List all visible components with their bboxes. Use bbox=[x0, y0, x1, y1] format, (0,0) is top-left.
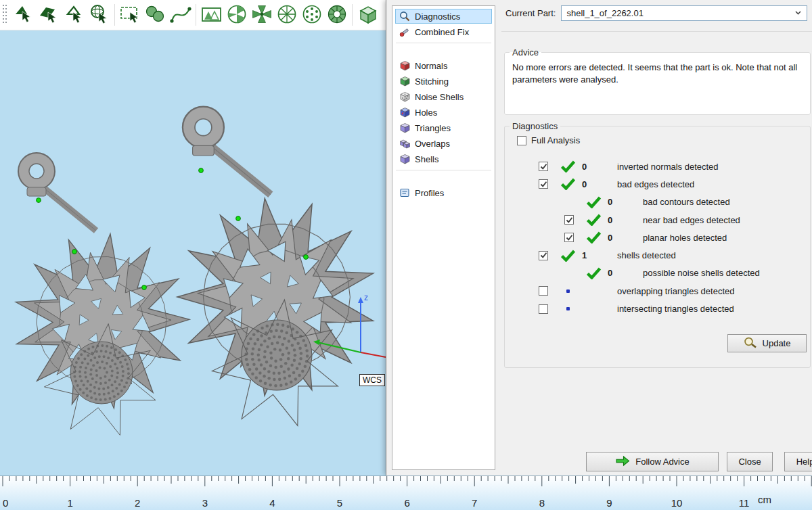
nav-item-normals[interactable]: Normals bbox=[395, 58, 492, 73]
svg-text:0: 0 bbox=[3, 497, 8, 509]
nav-separator bbox=[396, 170, 491, 170]
fix-pages-list: DiagnosticsCombined FixNormalsStitchingN… bbox=[392, 5, 495, 470]
result-count: 1 bbox=[582, 250, 598, 260]
svg-text:z: z bbox=[364, 293, 368, 302]
magnifier-icon bbox=[399, 11, 411, 22]
svg-text:11: 11 bbox=[739, 497, 750, 509]
result-count: 0 bbox=[608, 197, 624, 207]
diagnostic-label: bad edges detected bbox=[617, 179, 694, 189]
chevron-down-icon bbox=[793, 11, 803, 15]
cube-red-icon bbox=[399, 60, 411, 71]
toolbar-separator bbox=[352, 4, 353, 26]
mark-plane-button[interactable] bbox=[37, 3, 62, 28]
sphere-marking-button[interactable] bbox=[224, 3, 249, 28]
update-button[interactable]: Update bbox=[727, 334, 807, 352]
close-button[interactable]: Close bbox=[727, 452, 773, 471]
svg-text:2: 2 bbox=[135, 497, 140, 509]
toolbar-separator bbox=[196, 4, 196, 26]
svg-text:6: 6 bbox=[404, 497, 409, 509]
diagnostic-row-bad-edges-detected: 0bad edges detected bbox=[505, 175, 810, 193]
svg-text:5: 5 bbox=[337, 497, 342, 509]
toolbar-grip-handle[interactable] bbox=[3, 5, 8, 25]
nav-item-combined-fix[interactable]: Combined Fix bbox=[395, 24, 492, 39]
diagnostics-title: Diagnostics bbox=[510, 121, 560, 131]
diagnostic-row-shells-detected: 1shells detected bbox=[505, 246, 810, 264]
row-checkbox[interactable] bbox=[539, 251, 548, 260]
full-analysis-checkbox[interactable] bbox=[517, 136, 526, 145]
advice-text: No more errors are detected. It seems th… bbox=[505, 57, 810, 86]
cube-violet-icon bbox=[399, 122, 411, 133]
result-count: 0 bbox=[608, 233, 624, 243]
dotted-wheel-marking-button[interactable] bbox=[299, 3, 324, 28]
full-analysis-row[interactable]: Full Analysis bbox=[517, 135, 810, 145]
result-count: 0 bbox=[608, 215, 624, 225]
cube-violet-icon bbox=[399, 154, 411, 164]
row-checkbox[interactable] bbox=[539, 286, 548, 296]
current-part-select[interactable]: shell_1_of_2262.01 bbox=[561, 5, 807, 21]
nav-item-profiles[interactable]: Profiles bbox=[395, 185, 492, 200]
cube-noise-icon bbox=[399, 91, 411, 102]
nav-item-overlaps[interactable]: Overlaps bbox=[395, 136, 492, 151]
follow-advice-button[interactable]: Follow Advice bbox=[586, 452, 719, 471]
svg-text:cm: cm bbox=[758, 494, 771, 505]
nav-item-shells[interactable]: Shells bbox=[395, 152, 492, 166]
result-count: 0 bbox=[582, 162, 598, 172]
ok-check-icon bbox=[585, 231, 602, 244]
diagnostic-row-bad-contours-detected: 0bad contours detected bbox=[505, 193, 810, 211]
nav-item-label: Profiles bbox=[415, 188, 444, 198]
nav-item-label: Overlaps bbox=[415, 139, 450, 149]
fix-wizard-dialog: DiagnosticsCombined FixNormalsStitchingN… bbox=[386, 0, 812, 476]
nav-item-label: Holes bbox=[415, 108, 437, 118]
row-checkbox[interactable] bbox=[564, 233, 574, 242]
cube-overlap-icon bbox=[399, 138, 411, 149]
mark-shell-button[interactable] bbox=[87, 3, 112, 28]
mark-surface-button[interactable] bbox=[62, 3, 87, 28]
diagnostic-row-intersecting-triangles-detected: intersecting triangles detected bbox=[505, 300, 810, 317]
viewport-3d[interactable]: z WCS bbox=[0, 30, 386, 476]
diagnostic-row-planar-holes-detected: 0planar holes detected bbox=[505, 229, 810, 246]
row-checkbox[interactable] bbox=[539, 179, 548, 189]
rectangle-marking-button[interactable] bbox=[118, 3, 143, 28]
mark-triangle-button[interactable] bbox=[12, 3, 37, 28]
diagnostic-row-overlapping-triangles-detected: overlapping triangles detected bbox=[505, 282, 810, 300]
pinwheel-marking-button[interactable] bbox=[249, 3, 274, 28]
diagnostic-row-inverted-normals-detected: 0inverted normals detected bbox=[505, 158, 810, 175]
divider bbox=[501, 31, 812, 32]
svg-text:10: 10 bbox=[671, 497, 683, 509]
freeform-marking-button[interactable] bbox=[168, 3, 193, 28]
diagnostics-groupbox: Diagnostics Full Analysis 0inverted norm… bbox=[504, 121, 811, 368]
dialog-content: Current Part: shell_1_of_2262.01 Advice … bbox=[501, 0, 812, 476]
nav-item-diagnostics[interactable]: Diagnostics bbox=[395, 9, 492, 24]
nav-item-noise-shells[interactable]: Noise Shells bbox=[395, 89, 492, 104]
scene-models: z bbox=[0, 30, 386, 476]
ok-check-icon bbox=[559, 250, 577, 262]
nav-item-holes[interactable]: Holes bbox=[395, 105, 492, 120]
cube-marking-button[interactable] bbox=[355, 3, 380, 28]
nav-item-label: Noise Shells bbox=[415, 92, 464, 102]
magics-app: z WCS DiagnosticsCombined FixNormalsStit… bbox=[0, 0, 812, 510]
diagnostic-label: planar holes detected bbox=[643, 233, 727, 243]
cube-holes-icon bbox=[399, 107, 411, 118]
row-checkbox[interactable] bbox=[539, 162, 548, 171]
nav-item-stitching[interactable]: Stitching bbox=[395, 74, 492, 89]
help-button[interactable]: Help bbox=[784, 452, 812, 471]
nav-item-label: Diagnostics bbox=[415, 11, 460, 22]
advice-groupbox: Advice No more errors are detected. It s… bbox=[504, 47, 811, 115]
current-part-value: shell_1_of_2262.01 bbox=[566, 8, 793, 18]
not-analysed-dot-icon bbox=[559, 307, 577, 310]
row-checkbox[interactable] bbox=[564, 215, 574, 225]
diagnostic-label: intersecting triangles detected bbox=[617, 304, 734, 314]
profiles-icon bbox=[399, 187, 411, 198]
circle-marking-button[interactable] bbox=[143, 3, 168, 28]
nav-item-triangles[interactable]: Triangles bbox=[395, 120, 492, 135]
magnifier-icon bbox=[744, 337, 757, 350]
advice-title: Advice bbox=[510, 47, 541, 57]
ring-wedge-marking-button[interactable] bbox=[324, 3, 349, 28]
diagnostic-label: overlapping triangles detected bbox=[617, 286, 734, 296]
wheel-marking-button[interactable] bbox=[274, 3, 299, 28]
diagnostic-label: bad contours detected bbox=[643, 197, 730, 207]
window-marking-button[interactable] bbox=[199, 3, 224, 28]
row-checkbox[interactable] bbox=[539, 304, 548, 314]
svg-text:3: 3 bbox=[202, 497, 208, 509]
wcs-label: WCS bbox=[359, 374, 385, 386]
